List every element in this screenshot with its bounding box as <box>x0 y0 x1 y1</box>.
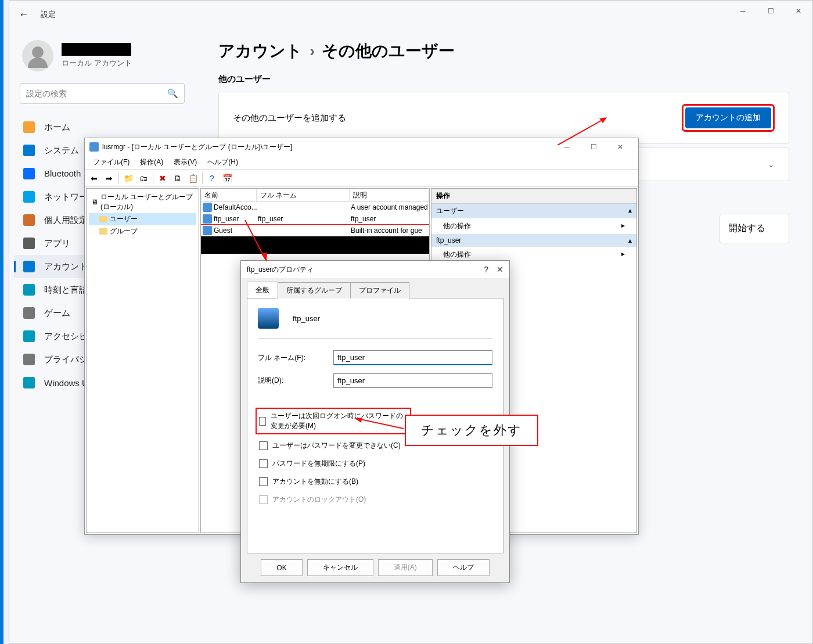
search-box[interactable]: 🔍 <box>20 83 185 104</box>
annotation-highlight: アカウントの追加 <box>682 104 775 132</box>
desc-label: 説明(D): <box>258 376 333 386</box>
view-icon[interactable]: 📅 <box>220 171 234 185</box>
update-icon <box>23 377 35 388</box>
apply-button[interactable]: 適用(A) <box>378 559 433 576</box>
svg-marker-3 <box>261 253 267 262</box>
bluetooth-icon <box>23 168 35 179</box>
fullname-label: フル ネーム(F): <box>258 353 333 363</box>
breadcrumb-a[interactable]: アカウント <box>218 40 303 62</box>
tree-users[interactable]: ユーザー <box>89 213 196 225</box>
arrow-icon: ▸ <box>621 221 625 231</box>
maximize-button[interactable]: ☐ <box>757 1 785 21</box>
search-input[interactable] <box>26 89 167 98</box>
chevron-right-icon: › <box>310 42 315 60</box>
close-button[interactable]: ✕ <box>607 139 634 155</box>
checkbox[interactable] <box>259 441 268 450</box>
check-never-expires[interactable]: パスワードを無期限にする(P) <box>258 457 492 470</box>
nav-item-home[interactable]: ホーム <box>14 116 190 139</box>
desc-input[interactable] <box>333 373 492 388</box>
titlebar: ← 設定 ─ ☐ ✕ <box>9 1 812 28</box>
desktop-edge <box>0 0 9 644</box>
ok-button[interactable]: OK <box>261 559 302 576</box>
help-icon[interactable]: ? <box>484 265 488 274</box>
back-button[interactable]: ← <box>15 9 33 21</box>
menubar: ファイル(F) 操作(A) 表示(V) ヘルプ(H) <box>85 156 638 170</box>
dialog-buttons: OK キャンセル 適用(A) ヘルプ <box>241 553 509 582</box>
export-icon[interactable]: 📋 <box>186 171 200 185</box>
list-row[interactable]: ftp_userftp_userftp_user <box>201 213 429 225</box>
nav-label: 個人用設定 <box>44 215 88 226</box>
home-icon <box>23 121 35 133</box>
search-icon: 🔍 <box>167 88 178 99</box>
tab-general[interactable]: 全般 <box>247 282 278 298</box>
access-icon <box>23 330 35 342</box>
refresh-icon[interactable]: 🗎 <box>171 171 185 185</box>
annotation-arrow <box>240 220 275 267</box>
tree-root[interactable]: 🖥ローカル ユーザーとグループ (ローカル) <box>89 191 196 213</box>
user-sub: ローカル アカウント <box>62 58 132 69</box>
tab-groups[interactable]: 所属するグループ <box>278 282 351 298</box>
nav-label: システム <box>44 145 79 156</box>
privacy-icon <box>23 354 35 365</box>
chevron-down-icon: ⌄ <box>768 160 775 169</box>
app-icon <box>89 142 99 152</box>
apps-icon <box>23 238 35 249</box>
breadcrumb-b: その他のユーザー <box>322 40 455 62</box>
close-button[interactable]: ✕ <box>785 1 812 21</box>
add-account-button[interactable]: アカウントの追加 <box>685 107 771 128</box>
col-name[interactable]: 名前 <box>201 189 257 201</box>
card-text: その他のユーザーを追加する <box>233 113 346 124</box>
folder-icon <box>99 228 107 235</box>
check-lockout: アカウントのロックアウト(O) <box>258 493 492 506</box>
delete-icon[interactable]: ✖ <box>156 171 170 185</box>
add-user-card: その他のユーザーを追加する アカウントの追加 <box>218 92 789 144</box>
signin-card[interactable]: 開始する <box>720 214 789 243</box>
list-row[interactable]: DefaultAcco...A user account managed <box>201 202 429 213</box>
collapse-icon: ▴ <box>628 236 632 244</box>
checkbox[interactable] <box>259 459 268 468</box>
help-button[interactable]: ヘルプ <box>437 559 490 576</box>
col-desc[interactable]: 説明 <box>350 189 429 201</box>
nav-label: アプリ <box>44 238 70 249</box>
breadcrumb: アカウント › その他のユーザー <box>218 40 789 62</box>
props-icon[interactable]: 🗂 <box>136 171 150 185</box>
help-icon[interactable]: ? <box>205 171 219 185</box>
check-disabled[interactable]: アカウントを無効にする(B) <box>258 475 492 488</box>
svg-line-4 <box>358 419 404 429</box>
tree-pane: 🖥ローカル ユーザーとグループ (ローカル) ユーザー グループ <box>86 188 199 533</box>
col-fullname[interactable]: フル ネーム <box>257 189 350 201</box>
menu-action[interactable]: 操作(A) <box>135 156 168 168</box>
user-block[interactable]: ローカル アカウント <box>14 37 190 83</box>
checkbox[interactable] <box>259 477 268 486</box>
user-icon <box>203 203 212 212</box>
tree-groups[interactable]: グループ <box>89 225 196 238</box>
menu-help[interactable]: ヘルプ(H) <box>203 156 243 168</box>
account-icon <box>23 261 35 272</box>
action-users[interactable]: ユーザー▴ <box>431 204 636 218</box>
actions-header: 操作 <box>431 189 636 204</box>
lusrmgr-title: lusrmgr - [ローカル ユーザーとグループ (ローカル)\ユーザー] <box>102 142 292 152</box>
back-icon[interactable]: ⬅ <box>87 171 101 185</box>
checkbox[interactable] <box>259 417 266 426</box>
minimize-button[interactable]: ─ <box>729 1 757 21</box>
user-icon <box>203 226 212 235</box>
close-icon[interactable]: ✕ <box>497 265 503 274</box>
toolbar: ⬅ ➡ 📁 🗂 ✖ 🗎 📋 ? 📅 <box>85 170 638 187</box>
action-more-1[interactable]: 他の操作▸ <box>431 218 636 234</box>
menu-file[interactable]: ファイル(F) <box>88 156 134 168</box>
fullname-input[interactable] <box>333 350 492 365</box>
section-label: 他のユーザー <box>218 74 789 85</box>
checkbox <box>259 495 268 504</box>
forward-icon[interactable]: ➡ <box>102 171 116 185</box>
menu-view[interactable]: 表示(V) <box>169 156 202 168</box>
tabs: 全般 所属するグループ プロファイル <box>241 278 509 298</box>
tab-profile[interactable]: プロファイル <box>350 282 409 298</box>
up-icon[interactable]: 📁 <box>121 171 135 185</box>
list-header: 名前 フル ネーム 説明 <box>201 189 429 202</box>
cancel-button[interactable]: キャンセル <box>307 559 373 576</box>
nav-label: ゲーム <box>44 308 70 319</box>
nav-label: アカウント <box>44 261 88 272</box>
action-ftp[interactable]: ftp_user▴ <box>431 234 636 247</box>
list-row[interactable]: GuestBuilt-in account for gue <box>201 225 429 236</box>
personal-icon <box>23 214 35 226</box>
